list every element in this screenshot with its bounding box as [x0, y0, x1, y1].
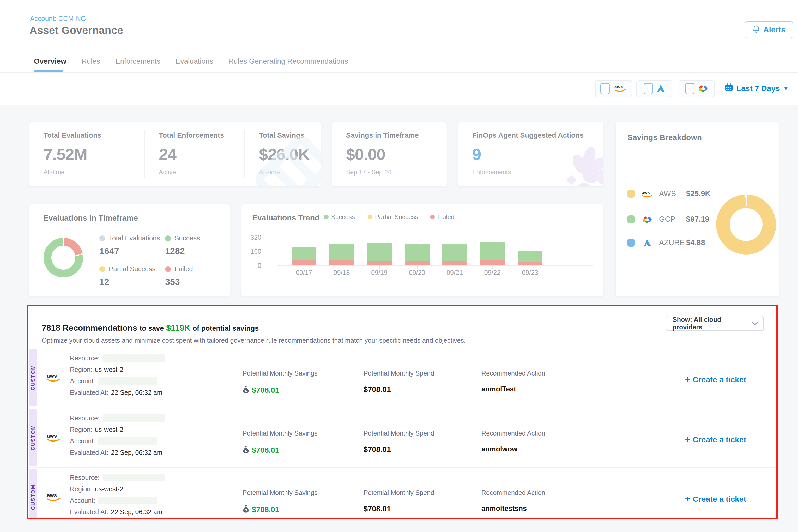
savings-legend-aws: aws AWS $25.9K — [627, 189, 711, 198]
savings-breakdown-title: Savings Breakdown — [627, 133, 702, 142]
create-ticket-button[interactable]: +Create a ticket — [660, 434, 772, 444]
tab-evaluations[interactable]: Evaluations — [175, 57, 213, 65]
bar-segment — [518, 251, 543, 262]
x-axis — [278, 265, 593, 266]
account-breadcrumb[interactable]: Account: CCM-NG — [30, 15, 86, 23]
spend-column-label: Potential Monthly Spend — [363, 430, 434, 437]
provider-filter-aws[interactable]: aws — [595, 80, 632, 97]
azure-logo-icon — [657, 84, 665, 93]
action-column-label: Recommended Action — [481, 369, 545, 377]
success-dot — [165, 235, 171, 241]
finops-watermark-icon — [553, 142, 604, 187]
savings-legend-gcp: GCP $97.19 — [627, 215, 709, 224]
bar-segment — [291, 260, 316, 265]
gcp-logo-icon — [639, 215, 656, 223]
y-axis-tick: 320 — [242, 234, 261, 241]
bar-segment — [442, 244, 467, 261]
trend-x-label: 09/19 — [367, 269, 392, 277]
finops-agent-card: FinOps Agent Suggested Actions 9 Enforce… — [458, 122, 604, 187]
savings-breakdown-card: Savings Breakdown aws AWS $25.9K — [615, 122, 779, 297]
plus-icon: + — [685, 494, 690, 504]
svg-text:aws: aws — [47, 373, 57, 379]
gridline — [278, 251, 592, 251]
create-ticket-button[interactable]: +Create a ticket — [660, 494, 772, 504]
aws-color-swatch — [627, 190, 635, 198]
tabbar-divider — [0, 72, 798, 73]
x-axis-tick — [492, 265, 493, 269]
tab-rules-generating-recommendations[interactable]: Rules Generating Recommendations — [228, 57, 348, 65]
aws-checkbox[interactable] — [600, 83, 610, 94]
recommendations-subtitle: Optimize your cloud assets and minimize … — [42, 337, 466, 344]
savings-column-label: Potential Monthly Savings — [243, 430, 318, 437]
alerts-button[interactable]: Alerts — [744, 21, 793, 38]
recommendations-section: 7818 Recommendations to save $119K of po… — [28, 306, 776, 518]
trend-bar — [367, 243, 392, 265]
trend-x-label: 09/17 — [291, 269, 316, 277]
trend-bar — [329, 244, 354, 265]
x-axis-tick — [530, 265, 530, 269]
stat-total-evaluations: Total Evaluations 7.52M All-time — [30, 122, 144, 186]
x-axis-tick — [417, 265, 418, 269]
trend-bar — [405, 244, 430, 265]
monthly-spend-value: $708.01 — [363, 505, 391, 513]
svg-text:aws: aws — [614, 84, 623, 90]
tab-enforcements[interactable]: Enforcements — [115, 57, 160, 65]
provider-filter-gcp[interactable] — [679, 80, 715, 97]
recommendation-row[interactable]: CUSTOM aws Resource: Region:us-west-2 Ac… — [28, 348, 776, 407]
savings-column-label: Potential Monthly Savings — [243, 369, 318, 377]
tab-overview[interactable]: Overview — [34, 57, 66, 65]
bar-segment — [329, 244, 354, 260]
monthly-spend-value: $708.01 — [363, 385, 391, 394]
gcp-checkbox[interactable] — [685, 83, 695, 94]
create-ticket-button[interactable]: +Create a ticket — [660, 374, 772, 384]
bar-segment — [480, 260, 505, 265]
svg-text:aws: aws — [47, 492, 57, 498]
redacted-resource-value — [103, 354, 165, 362]
evaluations-donut — [43, 238, 83, 278]
trend-x-label: 09/20 — [405, 269, 430, 277]
trend-bar — [442, 244, 467, 265]
recommendations-title: 7818 Recommendations to save $119K of po… — [42, 323, 259, 333]
spend-column-label: Potential Monthly Spend — [363, 489, 434, 496]
date-range-picker[interactable]: Last 7 Days ▼ — [724, 83, 789, 94]
stat-total-enforcements: Total Enforcements 24 Active — [145, 122, 244, 186]
recommendation-row[interactable]: CUSTOM aws Resource: Region:us-west-2 Ac… — [28, 467, 776, 518]
gridline — [278, 237, 592, 237]
trend-x-label: 09/23 — [518, 269, 543, 277]
monthly-spend-value: $708.01 — [363, 445, 391, 454]
azure-checkbox[interactable] — [644, 83, 653, 94]
tab-bar: Overview Rules Enforcements Evaluations … — [34, 57, 348, 65]
svg-text:aws: aws — [642, 190, 650, 194]
recommended-action-value: anmolwow — [481, 445, 517, 453]
plus-icon: + — [685, 434, 690, 444]
plus-icon: + — [685, 374, 690, 384]
bar-segment — [329, 260, 354, 265]
monthly-savings-value: $ $708.01 — [243, 505, 279, 515]
recommended-action-value: anmoltestsns — [481, 505, 527, 513]
total-evaluations-dot — [99, 235, 105, 241]
resource-details: Resource: Region:us-west-2 Account: Eval… — [70, 412, 165, 458]
potential-savings-amount: $119K — [166, 323, 190, 332]
bar-segment — [405, 261, 430, 265]
legend-failed: Failed 353 — [165, 265, 193, 287]
x-axis-tick — [455, 265, 455, 269]
resource-details: Resource: Region:us-west-2 Account: Eval… — [70, 352, 165, 398]
monthly-savings-value: $ $708.01 — [243, 385, 279, 395]
custom-rule-tag: CUSTOM — [30, 469, 37, 518]
bar-segment — [405, 244, 430, 261]
recommendation-row[interactable]: CUSTOM aws Resource: Region:us-west-2 Ac… — [28, 407, 776, 467]
aws-logo-icon: aws — [46, 372, 62, 384]
gcp-color-swatch — [627, 215, 635, 223]
y-axis-tick: 0 — [242, 262, 261, 269]
svg-text:$: $ — [245, 508, 247, 512]
x-axis-tick — [342, 265, 342, 269]
evaluations-trend-card: Evaluations Trend Success Partial Succes… — [241, 204, 604, 297]
money-bag-icon: $ — [243, 385, 249, 395]
redacted-account-value — [98, 377, 157, 385]
money-bag-icon: $ — [243, 505, 249, 515]
tab-rules[interactable]: Rules — [82, 57, 100, 65]
bar-segment — [518, 262, 543, 265]
bar-segment — [442, 261, 467, 265]
cloud-provider-filter-dropdown[interactable]: Show: All cloud providers — [666, 316, 764, 331]
provider-filter-azure[interactable] — [636, 80, 672, 97]
